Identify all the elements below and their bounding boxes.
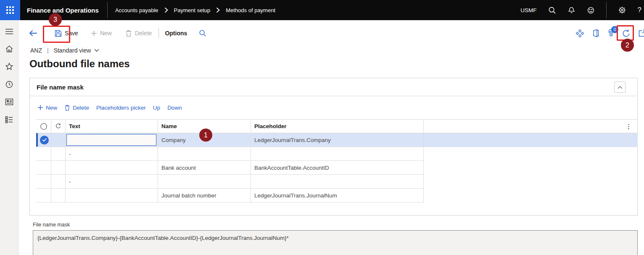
- search-icon: [199, 29, 206, 37]
- header-separator: |: [47, 47, 49, 54]
- trash-icon: [125, 30, 132, 37]
- page-title: Outbound file names: [29, 58, 130, 70]
- table-row[interactable]: Bank account BankAccountTable.AccountID: [36, 161, 638, 175]
- file-name-mask-field[interactable]: {LedgerJournalTrans.Company}-{BankAccoun…: [33, 230, 638, 255]
- text-cell: [66, 133, 158, 147]
- placeholders-picker-button[interactable]: Placeholders picker: [96, 105, 146, 111]
- grid-header-row: Text Name Placeholder ⋮: [36, 120, 638, 133]
- row-select-cell[interactable]: [36, 161, 51, 175]
- popout-icon[interactable]: [638, 29, 644, 37]
- help-icon[interactable]: ?: [638, 6, 641, 14]
- breadcrumb-methods-of-payment[interactable]: Methods of payment: [226, 7, 275, 13]
- breadcrumb-payment-setup[interactable]: Payment setup: [174, 7, 211, 13]
- attachments-button[interactable]: 0: [607, 29, 614, 38]
- new-button[interactable]: New: [91, 30, 112, 37]
- back-button[interactable]: [29, 29, 38, 37]
- back-arrow-icon: [29, 29, 38, 37]
- trash-icon: [64, 105, 70, 111]
- name-cell[interactable]: [158, 175, 251, 189]
- options-label: Options: [165, 30, 187, 37]
- company-selector[interactable]: USMF: [520, 7, 536, 13]
- row-select-cell[interactable]: [36, 189, 51, 202]
- view-selector[interactable]: Standard view: [54, 47, 100, 54]
- column-header-placeholder[interactable]: Placeholder: [251, 120, 424, 133]
- attachment-count-badge: 0: [611, 26, 618, 33]
- hamburger-icon[interactable]: [2, 24, 16, 38]
- row-spacer: [424, 147, 638, 161]
- name-cell[interactable]: Company: [158, 133, 251, 147]
- home-icon[interactable]: [2, 42, 16, 56]
- topbar-divider: [606, 2, 607, 18]
- save-icon: [55, 30, 62, 37]
- smiley-icon[interactable]: [587, 6, 595, 14]
- bell-icon[interactable]: [567, 6, 575, 14]
- row-spacer: [424, 161, 638, 175]
- view-selector-label: Standard view: [54, 47, 91, 54]
- topbar-right-controls: USMF: [520, 0, 641, 20]
- file-name-mask-grid: Text Name Placeholder ⋮: [36, 119, 638, 216]
- name-cell[interactable]: [158, 147, 251, 161]
- delete-button[interactable]: Delete: [125, 30, 152, 37]
- left-sidebar: [0, 20, 18, 255]
- row-refresh-cell: [51, 189, 66, 202]
- selected-check-icon[interactable]: [40, 136, 49, 145]
- grid-new-button[interactable]: New: [37, 105, 57, 111]
- placeholder-cell[interactable]: [251, 147, 424, 161]
- table-row[interactable]: -: [36, 175, 638, 189]
- row-select-cell[interactable]: [36, 147, 51, 161]
- text-cell[interactable]: -: [66, 147, 158, 161]
- clock-icon[interactable]: [2, 77, 16, 91]
- search-icon[interactable]: [548, 6, 556, 14]
- options-menu[interactable]: Options: [165, 30, 187, 37]
- save-button[interactable]: Save: [55, 30, 78, 37]
- placeholder-cell[interactable]: [251, 175, 424, 189]
- collapse-section-button[interactable]: [614, 81, 626, 93]
- office-icon[interactable]: [592, 29, 600, 37]
- file-name-mask-label: File name mask: [33, 222, 70, 228]
- table-row[interactable]: Journal batch number LedgerJournalTrans.…: [36, 189, 638, 202]
- table-row[interactable]: -: [36, 147, 638, 161]
- placeholder-cell[interactable]: BankAccountTable.AccountID: [251, 161, 424, 175]
- row-refresh-cell: [51, 175, 66, 189]
- section-toolbar: New Delete Placeholders picker Up Down: [30, 96, 637, 119]
- action-search-button[interactable]: [199, 29, 206, 37]
- grid-delete-button[interactable]: Delete: [64, 105, 89, 111]
- column-header-text[interactable]: Text: [66, 120, 158, 133]
- placeholder-cell[interactable]: LedgerJournalTrans.Company: [251, 133, 424, 147]
- text-cell[interactable]: -: [66, 175, 158, 189]
- action-pane: Save New Delete Options: [18, 20, 644, 46]
- name-cell[interactable]: Bank account: [158, 161, 251, 175]
- gear-icon[interactable]: [618, 6, 626, 14]
- up-button[interactable]: Up: [153, 105, 160, 111]
- name-cell[interactable]: Journal batch number: [158, 189, 251, 202]
- finance-operations-app: Finance and Operations Accounts payable …: [0, 0, 644, 255]
- record-id: ANZ: [30, 47, 42, 54]
- breadcrumb-accounts-payable[interactable]: Accounts payable: [115, 7, 158, 13]
- up-label: Up: [153, 105, 160, 111]
- column-header-name[interactable]: Name: [158, 120, 251, 133]
- table-row[interactable]: Company LedgerJournalTrans.Company: [36, 133, 638, 147]
- topbar-divider: [107, 2, 108, 18]
- down-button[interactable]: Down: [167, 105, 182, 111]
- text-input[interactable]: [66, 134, 156, 146]
- app-launcher-button[interactable]: [0, 0, 20, 20]
- workspaces-icon[interactable]: [2, 95, 16, 109]
- text-cell[interactable]: [66, 189, 158, 202]
- new-label: New: [100, 30, 112, 37]
- down-label: Down: [167, 105, 182, 111]
- row-spacer: [424, 189, 638, 202]
- task-recorder-icon[interactable]: [575, 29, 584, 38]
- text-cell[interactable]: [66, 161, 158, 175]
- plus-icon: [37, 105, 43, 110]
- ellipsis-icon[interactable]: ⋮: [626, 123, 632, 129]
- modules-icon[interactable]: [2, 113, 16, 126]
- waffle-icon: [6, 6, 14, 14]
- refresh-icon[interactable]: [622, 29, 631, 38]
- select-all-checkbox[interactable]: [36, 120, 51, 133]
- app-title[interactable]: Finance and Operations: [27, 7, 99, 14]
- row-select-cell[interactable]: [36, 133, 51, 147]
- row-select-cell[interactable]: [36, 175, 51, 189]
- row-refresh-column[interactable]: [51, 120, 66, 133]
- star-icon[interactable]: [2, 60, 16, 74]
- placeholder-cell[interactable]: LedgerJournalTrans.JournalNum: [251, 189, 424, 202]
